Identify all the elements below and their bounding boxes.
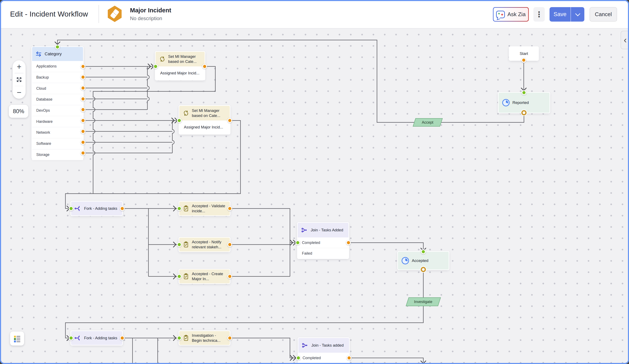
category-item-devops[interactable]: DevOps	[32, 105, 83, 116]
port-out-storage[interactable]	[81, 151, 86, 155]
zia-chat-icon: ✦ ✦	[496, 11, 505, 18]
category-item-software[interactable]: Software	[32, 138, 83, 149]
node-set-mi-manager-1[interactable]: Set MI Manager based on Cate... Assigned…	[156, 52, 205, 80]
set-mi-manager-1-header[interactable]: Set MI Manager based on Cate...	[156, 52, 205, 66]
port-out-fork-1[interactable]	[120, 206, 125, 211]
join-1-outcome-completed[interactable]: Completed	[298, 238, 348, 248]
edge-label-accept[interactable]: Accept	[413, 118, 443, 126]
fit-screen-button[interactable]	[12, 73, 25, 86]
port-out-join-2-completed[interactable]	[347, 356, 352, 361]
category-item-applications[interactable]: Applications	[32, 61, 83, 72]
port-in-category[interactable]	[55, 45, 60, 49]
join-icon	[302, 342, 309, 349]
category-title: Category	[45, 52, 62, 56]
node-task-investigation[interactable]: Investigation - Begin technica...	[179, 331, 230, 345]
port-out-task-create[interactable]	[227, 274, 232, 279]
task-validate-title: Accepted - Validate incide...	[192, 204, 227, 214]
port-out-task-validate[interactable]	[227, 206, 232, 211]
status-pie-icon	[502, 99, 510, 107]
port-in-join-2[interactable]	[296, 356, 301, 361]
port-in-fork-2[interactable]	[69, 336, 74, 341]
port-in-task-notify[interactable]	[177, 242, 182, 247]
zoom-controls: + −	[12, 60, 25, 99]
zoom-in-button[interactable]: +	[12, 60, 25, 73]
port-out-join-1-completed[interactable]	[346, 240, 351, 245]
more-options-button[interactable]: ⋮	[533, 7, 545, 22]
port-out-cloud[interactable]	[81, 86, 86, 91]
divider	[99, 5, 99, 23]
port-in-fork-1[interactable]	[69, 206, 74, 211]
port-out-database[interactable]	[81, 97, 86, 102]
port-in-set-mi-2[interactable]	[177, 118, 182, 123]
port-out-fork-2[interactable]	[120, 336, 125, 341]
set-mi-manager-2-title: Set MI Manager based on Cate...	[192, 108, 227, 118]
node-category[interactable]: Category Applications Backup Cloud Datab…	[32, 47, 83, 158]
port-in-task-create[interactable]	[177, 274, 182, 279]
port-out-backup[interactable]	[81, 75, 86, 80]
port-in-join-1[interactable]	[296, 240, 300, 245]
node-reported[interactable]: Reported	[499, 93, 550, 113]
join-2-outcome-completed[interactable]: Completed	[298, 353, 349, 363]
port-in-accepted[interactable]	[421, 249, 426, 254]
port-out-task-notify[interactable]	[227, 242, 232, 247]
port-out-software[interactable]	[81, 140, 86, 145]
port-out-reported[interactable]	[521, 110, 527, 116]
workflow-name: Major Incident	[130, 7, 171, 14]
join-1-header[interactable]: Join - Tasks Added	[298, 223, 348, 238]
category-item-cloud[interactable]: Cloud	[32, 83, 83, 94]
ask-zia-label: Ask Zia	[507, 11, 526, 18]
save-split-button: Save	[550, 7, 584, 22]
node-task-notify[interactable]: Accepted - Notify relevant stakeh...	[179, 238, 230, 251]
node-task-validate[interactable]: Accepted - Validate incide...	[179, 202, 230, 215]
port-out-applications[interactable]	[81, 64, 86, 69]
fork-icon	[74, 205, 82, 212]
port-in-set-mi-1[interactable]	[153, 64, 158, 69]
save-dropdown-button[interactable]	[571, 7, 584, 22]
workflow-logo-icon	[108, 6, 122, 22]
zoom-level-badge[interactable]: 80%	[9, 105, 28, 118]
port-out-network[interactable]	[81, 129, 86, 134]
port-in-task-validate[interactable]	[177, 206, 182, 211]
category-item-network[interactable]: Network	[32, 127, 83, 138]
cancel-button[interactable]: Cancel	[590, 7, 617, 22]
join-1-outcome-failed[interactable]: Failed	[298, 248, 348, 259]
legend-list-icon	[13, 335, 21, 343]
legend-button[interactable]	[10, 332, 24, 346]
node-join-2[interactable]: Join - Tasks added Completed	[298, 338, 349, 364]
join-2-header[interactable]: Join - Tasks added	[298, 338, 349, 353]
page-title: Edit - Incident Workflow	[10, 10, 88, 18]
port-in-task-investigation[interactable]	[177, 336, 182, 341]
category-item-database[interactable]: Database	[32, 94, 83, 105]
node-set-mi-manager-2[interactable]: Set MI Manager based on Cate... Assigned…	[179, 106, 230, 134]
node-join-1[interactable]: Join - Tasks Added Completed Failed	[298, 223, 348, 258]
set-mi-manager-2-transition[interactable]: Assigned Major Incid...	[179, 121, 230, 134]
port-out-set-mi-1[interactable]	[202, 64, 207, 69]
workflow-description: No description	[130, 15, 162, 21]
save-button[interactable]: Save	[550, 11, 571, 18]
category-item-hardware[interactable]: Hardware	[32, 116, 83, 127]
port-out-set-mi-2[interactable]	[227, 118, 232, 123]
fork-1-title: Fork - Adding tasks	[84, 206, 117, 211]
node-fork-2[interactable]: Fork - Adding tasks	[71, 331, 122, 345]
set-mi-manager-2-header[interactable]: Set MI Manager based on Cate...	[179, 106, 230, 121]
chevron-down-icon	[575, 11, 580, 16]
header-bar: Edit - Incident Workflow Major Incident …	[0, 0, 629, 28]
zoom-out-button[interactable]: −	[12, 86, 25, 99]
ask-zia-button[interactable]: ✦ ✦ Ask Zia	[493, 7, 529, 22]
category-item-storage[interactable]: Storage	[32, 149, 83, 160]
fork-2-title: Fork - Adding tasks	[84, 336, 117, 341]
set-mi-manager-1-transition[interactable]: Assigned Major Incid...	[156, 66, 205, 80]
edge-label-investigate[interactable]: Investigate	[406, 297, 441, 306]
category-item-backup[interactable]: Backup	[32, 72, 83, 83]
port-in-reported[interactable]	[522, 90, 526, 95]
port-out-accepted[interactable]	[421, 267, 426, 272]
port-out-task-investigation[interactable]	[227, 336, 232, 341]
port-out-start[interactable]	[521, 58, 526, 63]
node-fork-1[interactable]: Fork - Adding tasks	[71, 202, 122, 215]
collapse-panel-tab[interactable]: ‹	[621, 31, 629, 49]
node-task-create[interactable]: Accepted - Create Major In...	[179, 269, 230, 283]
port-out-devops[interactable]	[81, 107, 86, 112]
kebab-icon: ⋮	[535, 10, 543, 19]
start-label: Start	[520, 51, 528, 56]
port-out-hardware[interactable]	[81, 118, 86, 123]
